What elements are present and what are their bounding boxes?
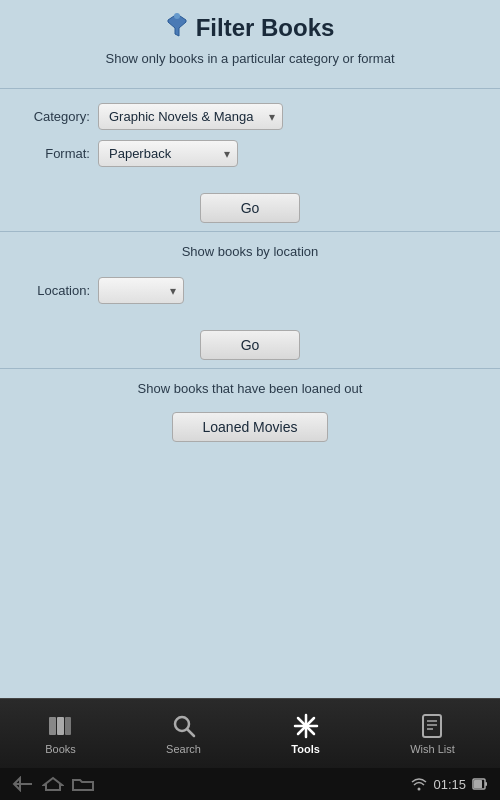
status-left xyxy=(12,776,94,792)
back-arrow-icon[interactable] xyxy=(12,776,34,792)
format-select-wrapper: Paperback Hardcover eBook Audiobook Larg… xyxy=(98,140,238,167)
nav-label-books: Books xyxy=(45,743,76,755)
svg-marker-17 xyxy=(44,778,62,790)
page-title: Filter Books xyxy=(196,14,335,42)
location-select[interactable]: Home Office Library Storage xyxy=(98,277,184,304)
svg-rect-20 xyxy=(474,780,482,788)
subtitle-text: Show only books in a particular category… xyxy=(105,50,394,68)
svg-rect-3 xyxy=(57,717,64,735)
home-icon[interactable] xyxy=(42,776,64,792)
svg-rect-2 xyxy=(49,717,56,735)
divider-1 xyxy=(0,88,500,89)
category-label: Category: xyxy=(20,109,90,124)
svg-rect-11 xyxy=(423,715,441,737)
main-content: Filter Books Show only books in a partic… xyxy=(0,0,500,698)
location-label: Location: xyxy=(20,283,90,298)
go-button-1[interactable]: Go xyxy=(200,193,301,223)
nav-label-wishlist: Wish List xyxy=(410,743,455,755)
nav-label-tools: Tools xyxy=(291,743,320,755)
status-bar: 01:15 xyxy=(0,768,500,800)
format-row: Format: Paperback Hardcover eBook Audiob… xyxy=(20,140,480,167)
svg-rect-21 xyxy=(485,782,487,786)
nav-item-tools[interactable]: Tools xyxy=(275,706,336,761)
books-icon xyxy=(46,712,74,740)
nav-item-search[interactable]: Search xyxy=(150,706,217,761)
location-select-wrapper: Home Office Library Storage xyxy=(98,277,184,304)
header: Filter Books xyxy=(166,0,335,50)
category-select[interactable]: Graphic Novels & Manga Fiction Non-Ficti… xyxy=(98,103,283,130)
location-row: Location: Home Office Library Storage xyxy=(20,277,480,304)
location-section: Location: Home Office Library Storage xyxy=(0,267,500,324)
location-description: Show books by location xyxy=(182,244,319,259)
folder-icon[interactable] xyxy=(72,776,94,792)
nav-item-books[interactable]: Books xyxy=(29,706,92,761)
time-display: 01:15 xyxy=(433,777,466,792)
svg-point-18 xyxy=(418,788,421,791)
nav-label-search: Search xyxy=(166,743,201,755)
tools-icon xyxy=(292,712,320,740)
wifi-icon xyxy=(411,777,427,791)
divider-2 xyxy=(0,231,500,232)
svg-point-1 xyxy=(174,13,180,19)
category-row: Category: Graphic Novels & Manga Fiction… xyxy=(20,103,480,130)
wishlist-icon xyxy=(418,712,446,740)
loaned-description: Show books that have been loaned out xyxy=(138,381,363,396)
filter-icon xyxy=(166,12,188,44)
svg-line-6 xyxy=(187,729,194,736)
go-button-2[interactable]: Go xyxy=(200,330,301,360)
format-select[interactable]: Paperback Hardcover eBook Audiobook Larg… xyxy=(98,140,238,167)
loaned-movies-button[interactable]: Loaned Movies xyxy=(172,412,329,442)
status-right: 01:15 xyxy=(411,777,488,792)
svg-rect-4 xyxy=(65,717,71,735)
search-icon xyxy=(170,712,198,740)
category-select-wrapper: Graphic Novels & Manga Fiction Non-Ficti… xyxy=(98,103,283,130)
divider-3 xyxy=(0,368,500,369)
category-section: Category: Graphic Novels & Manga Fiction… xyxy=(0,93,500,187)
format-label: Format: xyxy=(20,146,90,161)
nav-item-wishlist[interactable]: Wish List xyxy=(394,706,471,761)
bottom-nav: Books Search Tools xyxy=(0,698,500,768)
battery-icon xyxy=(472,777,488,791)
